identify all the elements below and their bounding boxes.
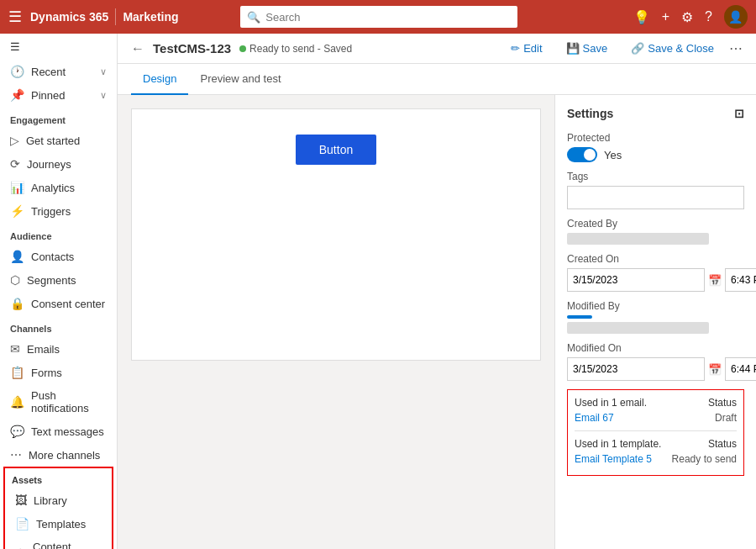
module-name: Marketing [123, 10, 178, 24]
usage-email-status-label: Status [708, 397, 737, 409]
status-text: Ready to send - Saved [249, 43, 352, 55]
created-on-row: 📅 🕐 [567, 268, 744, 292]
search-icon: 🔍 [247, 11, 260, 24]
sidebar-item-segments[interactable]: ⬡ Segments [0, 268, 117, 292]
segments-icon: ⬡ [10, 273, 20, 287]
main-content: ← TestCMS-123 Ready to send - Saved ✏ Ed… [118, 34, 756, 549]
tags-label: Tags [567, 171, 744, 182]
canvas-button[interactable]: Button [296, 135, 376, 165]
modified-by-label: Modified By [567, 300, 744, 312]
lightbulb-icon[interactable]: 💡 [633, 9, 650, 25]
add-icon[interactable]: + [662, 9, 669, 24]
usage-email-status: Draft [715, 412, 737, 424]
usage-template-title: Used in 1 template. [575, 438, 661, 450]
usage-divider [575, 430, 737, 431]
modified-by-accent [567, 315, 592, 319]
sidebar-item-library[interactable]: 🖼 Library [5, 488, 112, 512]
modified-by-value [567, 322, 709, 334]
usage-email-link[interactable]: Email 67 [575, 412, 614, 424]
text-icon: 💬 [10, 425, 24, 438]
settings-icon[interactable]: ⚙ [681, 9, 693, 25]
forms-icon: 📋 [10, 366, 24, 379]
audience-label: Audience [0, 223, 117, 245]
back-button[interactable]: ← [131, 41, 144, 56]
usage-email-box: Used in 1 email. Status Email 67 Draft U… [567, 389, 744, 476]
sidebar-item-journeys[interactable]: ⟳ Journeys [0, 152, 117, 176]
top-nav-right: 💡 + ⚙ ? 👤 [633, 5, 748, 29]
created-by-label: Created By [567, 218, 744, 230]
usage-template-header: Used in 1 template. Status [575, 438, 737, 450]
calendar-icon: 📅 [708, 274, 722, 287]
protected-toggle-row: Yes [567, 147, 744, 162]
hamburger-icon[interactable]: ☰ [8, 8, 22, 26]
search-input[interactable] [265, 11, 511, 24]
contacts-icon: 👤 [10, 250, 24, 263]
sidebar-item-pinned[interactable]: 📌 Pinned ∨ [0, 83, 117, 107]
templates-icon: 📄 [15, 517, 29, 531]
created-on-date[interactable] [567, 268, 705, 292]
modified-on-label: Modified On [567, 342, 744, 354]
modified-on-date[interactable] [567, 357, 705, 381]
sidebar-item-analytics[interactable]: 📊 Analytics [0, 176, 117, 199]
emails-icon: ✉ [10, 342, 20, 356]
save-button[interactable]: 💾 Save [558, 39, 617, 58]
usage-template-row: Email Template 5 Ready to send [575, 453, 737, 465]
tags-input[interactable] [567, 186, 744, 209]
modified-on-time[interactable] [725, 357, 756, 381]
pinned-expand-icon: ∨ [100, 90, 107, 101]
protected-toggle[interactable] [567, 147, 597, 162]
triggers-icon: ⚡ [10, 204, 24, 218]
protected-label: Protected [567, 132, 744, 144]
settings-collapse-icon[interactable]: ⊡ [734, 107, 744, 120]
sidebar-item-recent[interactable]: 🕐 Recent ∨ [0, 60, 117, 83]
user-avatar[interactable]: 👤 [724, 5, 748, 29]
sidebar-item-getstarted[interactable]: ▷ Get started [0, 129, 117, 152]
tab-design[interactable]: Design [131, 64, 188, 95]
calendar2-icon: 📅 [708, 363, 722, 376]
tab-preview[interactable]: Preview and test [188, 64, 292, 95]
edit-button[interactable]: ✏ Edit [502, 39, 550, 58]
app-layout: ☰ 🕐 Recent ∨ 📌 Pinned ∨ Engagement ▷ Get… [0, 34, 756, 549]
top-navigation: ☰ Dynamics 365 Marketing 🔍 💡 + ⚙ ? 👤 [0, 0, 756, 34]
sidebar-item-consent[interactable]: 🔒 Consent center [0, 292, 117, 315]
sidebar-item-forms[interactable]: 📋 Forms [0, 361, 117, 384]
status-dot [239, 45, 246, 52]
pinned-icon: 📌 [10, 88, 24, 102]
save-icon: 💾 [566, 42, 580, 55]
recent-expand-icon: ∨ [100, 66, 107, 77]
settings-title: Settings ⊡ [567, 107, 744, 120]
usage-email-title: Used in 1 email. [575, 397, 647, 409]
search-box[interactable]: 🔍 [240, 6, 517, 28]
sidebar-item-templates[interactable]: 📄 Templates [5, 512, 112, 536]
sidebar-item-text[interactable]: 💬 Text messages [0, 420, 117, 443]
usage-template-status-label: Status [708, 438, 737, 450]
created-on-label: Created On [567, 253, 744, 265]
sidebar-item-content-blocks[interactable]: ⚙ Content blocks [5, 536, 112, 549]
analytics-icon: 📊 [10, 181, 24, 194]
sub-header-actions: ✏ Edit 💾 Save 🔗 Save & Close ⋯ [502, 39, 743, 58]
more-channels-icon: ⋯ [10, 448, 22, 462]
consent-icon: 🔒 [10, 297, 24, 310]
sidebar-item-contacts[interactable]: 👤 Contacts [0, 245, 117, 268]
sidebar-item-push[interactable]: 🔔 Push notifications [0, 384, 117, 420]
page-title: TestCMS-123 [153, 41, 231, 55]
usage-email-header: Used in 1 email. Status [575, 397, 737, 409]
sidebar-item-more-channels[interactable]: ⋯ More channels [0, 443, 117, 467]
sub-header: ← TestCMS-123 Ready to send - Saved ✏ Ed… [118, 34, 756, 64]
settings-panel: Settings ⊡ Protected Yes Tags Created By… [554, 95, 756, 549]
recent-icon: 🕐 [10, 65, 24, 78]
usage-template-status: Ready to send [672, 453, 737, 465]
sidebar-item-triggers[interactable]: ⚡ Triggers [0, 199, 117, 223]
usage-template-link[interactable]: Email Template 5 [575, 453, 652, 465]
created-on-time[interactable] [725, 268, 756, 292]
sidebar-item-emails[interactable]: ✉ Emails [0, 337, 117, 361]
created-by-value [567, 233, 709, 245]
assets-label: Assets [5, 468, 112, 488]
help-icon[interactable]: ? [705, 9, 712, 24]
canvas-area: Button [118, 95, 554, 549]
save-close-button[interactable]: 🔗 Save & Close [622, 39, 722, 58]
sidebar-hamburger[interactable]: ☰ [0, 34, 117, 60]
more-options-button[interactable]: ⋯ [729, 40, 743, 56]
edit-icon: ✏ [511, 42, 520, 55]
save-close-icon: 🔗 [631, 42, 644, 55]
